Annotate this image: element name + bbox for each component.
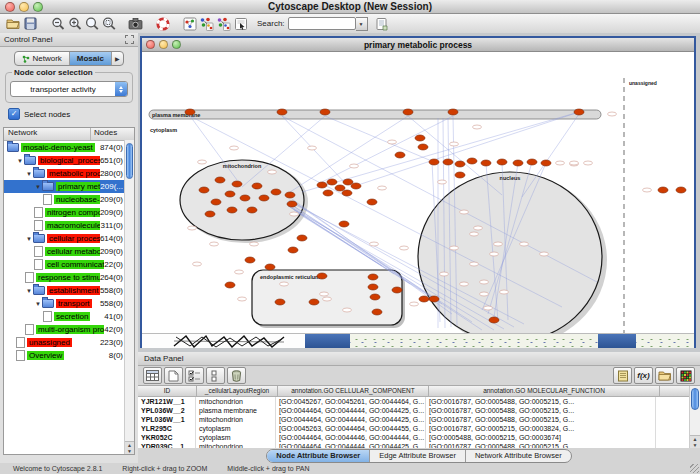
graph-node[interactable]: [287, 201, 297, 207]
graph-node[interactable]: [297, 235, 307, 241]
graph-node[interactable]: [285, 192, 295, 198]
graph-node[interactable]: [247, 207, 257, 213]
tree-row[interactable]: nitrogen compo209(0): [4, 206, 125, 219]
network-canvas[interactable]: plasma membranecytoplasmmitochondrionnuc…: [142, 52, 694, 333]
tab-overflow-arrow[interactable]: ▶: [112, 52, 123, 65]
import-attributes-icon[interactable]: [374, 16, 391, 31]
network-overview-icon[interactable]: [181, 16, 198, 31]
graph-node[interactable]: [372, 309, 382, 315]
graph-node[interactable]: [403, 109, 413, 115]
network-view-titlebar[interactable]: primary metabolic process: [142, 38, 694, 52]
notepad-icon[interactable]: [613, 367, 632, 384]
heatmap-icon[interactable]: [676, 367, 695, 384]
search-input[interactable]: [288, 17, 356, 30]
graph-node[interactable]: [232, 181, 242, 187]
save-icon[interactable]: [22, 16, 39, 31]
tree-expand-arrow-icon[interactable]: ▼: [34, 184, 42, 190]
tree-expand-arrow-icon[interactable]: ▼: [25, 236, 33, 242]
graph-node[interactable]: [259, 195, 269, 201]
tree-column-nodes[interactable]: Nodes: [91, 128, 134, 140]
float-panel-icon[interactable]: [125, 35, 134, 44]
tree-row-label[interactable]: response to stimulu: [36, 273, 100, 282]
graph-node[interactable]: [429, 159, 439, 165]
graph-node[interactable]: [323, 190, 333, 196]
graph-node[interactable]: [658, 187, 668, 193]
tree-row[interactable]: mosaic-demo-yeast874(0): [4, 141, 125, 154]
tree-row-label[interactable]: cellular metabo: [45, 247, 100, 256]
tab-network-attribute-browser[interactable]: Network Attribute Browser: [466, 450, 571, 462]
tree-row[interactable]: multi-organism pro42(0): [4, 323, 125, 336]
graph-node[interactable]: [227, 207, 237, 213]
graph-node[interactable]: [367, 199, 377, 205]
graph-node[interactable]: [676, 187, 686, 193]
table-scrollbar[interactable]: ▲▼: [689, 386, 700, 448]
tree-row-label[interactable]: cellular process: [47, 234, 100, 243]
table-row[interactable]: YPL036W__1mitochondrion[GO:0044464, GO:0…: [138, 415, 700, 424]
tree-column-network[interactable]: Network: [4, 128, 91, 140]
graph-node[interactable]: [199, 187, 209, 193]
tree-row[interactable]: cellular metabo209(0): [4, 245, 125, 258]
node-color-dropdown[interactable]: transporter activity: [10, 81, 128, 97]
tree-row-label[interactable]: macromolecule: [45, 221, 100, 230]
table-column-header[interactable]: annotation.GO CELLULAR_COMPONENT: [278, 386, 429, 396]
graph-node[interactable]: [368, 274, 378, 280]
graph-node[interactable]: [277, 109, 287, 115]
function-icon[interactable]: f(x): [634, 367, 653, 384]
graph-node[interactable]: [395, 152, 405, 158]
search-dropdown-arrow[interactable]: ▼: [356, 17, 368, 31]
tree-row[interactable]: response to stimulu264(0): [4, 271, 125, 284]
graph-node[interactable]: [455, 172, 465, 178]
tree-row-label[interactable]: metabolic process: [47, 169, 100, 178]
layout-alt-icon[interactable]: [215, 16, 232, 31]
tree-row-label[interactable]: cell communicat: [45, 260, 104, 269]
layout-icon[interactable]: [198, 16, 215, 31]
graph-node[interactable]: [443, 159, 453, 165]
graph-node[interactable]: [225, 191, 235, 197]
graph-node[interactable]: [448, 109, 458, 115]
tree-row[interactable]: ▼cellular process614(0): [4, 232, 125, 245]
graph-node[interactable]: [271, 189, 281, 195]
checklist-icon[interactable]: [185, 367, 204, 384]
select-nodes-checkbox[interactable]: ✓: [8, 108, 20, 120]
tree-row[interactable]: ▼establishment of lo558(0): [4, 284, 125, 297]
graph-node[interactable]: [481, 160, 491, 166]
tree-row-label[interactable]: nucleobase-: [54, 195, 100, 204]
graph-node[interactable]: [513, 160, 523, 166]
graph-node[interactable]: [317, 273, 327, 279]
graph-node[interactable]: [335, 185, 345, 191]
table-row[interactable]: YLR295Ccytoplasm[GO:0045263, GO:0044464,…: [138, 424, 700, 433]
graph-node[interactable]: [527, 159, 537, 165]
graph-node[interactable]: [455, 161, 465, 167]
tree-expand-arrow-icon[interactable]: ▼: [34, 301, 42, 307]
graph-node[interactable]: [245, 257, 255, 263]
graph-node[interactable]: [205, 211, 215, 217]
graph-node[interactable]: [225, 282, 235, 288]
tree-row-label[interactable]: multi-organism pro: [36, 325, 104, 334]
graph-node[interactable]: [351, 183, 361, 189]
plasma-membrane-region[interactable]: [149, 110, 601, 119]
graph-node[interactable]: [265, 264, 275, 270]
table-column-header[interactable]: _cellularLayoutRegion: [197, 386, 278, 396]
tree-expand-arrow-icon[interactable]: ▼: [16, 158, 24, 164]
table-scrollbar-arrows[interactable]: ▲▼: [690, 435, 700, 448]
tree-scrollbar-arrows[interactable]: ▲▼: [125, 441, 134, 454]
list-icon[interactable]: [206, 367, 225, 384]
graph-node[interactable]: [392, 287, 402, 293]
graph-node[interactable]: [288, 247, 298, 253]
tree-row-label[interactable]: mosaic-demo-yeast: [21, 143, 95, 152]
zoom-in-icon[interactable]: [66, 16, 83, 31]
tree-row-label[interactable]: primary metabo: [56, 182, 100, 191]
table-icon[interactable]: [143, 367, 162, 384]
tree-row-label[interactable]: Overview: [27, 351, 64, 360]
annotation-icon[interactable]: [232, 16, 249, 31]
zoom-selected-icon[interactable]: [100, 16, 117, 31]
tree-row-label[interactable]: secretion: [54, 312, 90, 321]
tree-row[interactable]: ▼biological_process651(0): [4, 154, 125, 167]
zoom-fit-icon[interactable]: [83, 16, 100, 31]
graph-node[interactable]: [467, 158, 477, 164]
graph-node[interactable]: [215, 177, 225, 183]
tab-node-attribute-browser[interactable]: Node Attribute Browser: [267, 450, 370, 462]
help-icon[interactable]: [154, 16, 171, 31]
graph-node[interactable]: [415, 135, 425, 141]
graph-node[interactable]: [252, 183, 262, 189]
